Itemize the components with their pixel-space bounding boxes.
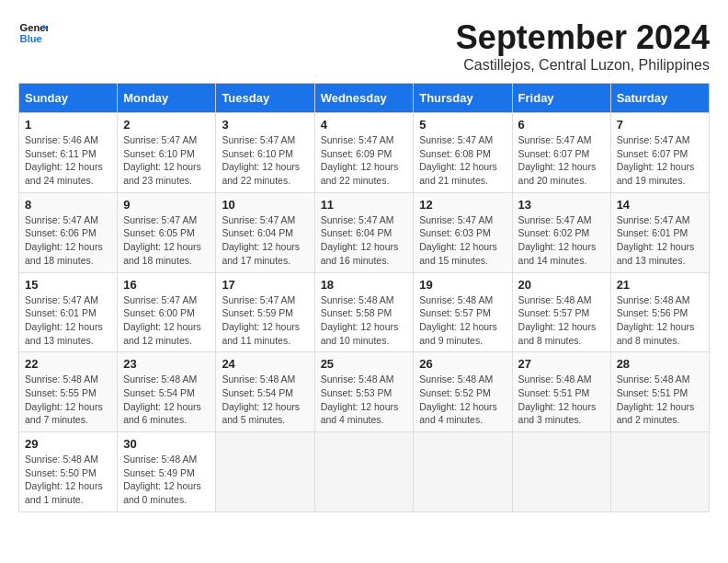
calendar-cell: 15 Sunrise: 5:47 AM Sunset: 6:01 PM Dayl… <box>19 272 118 352</box>
weekday-header-sunday: Sunday <box>19 84 118 113</box>
calendar-cell: 4 Sunrise: 5:47 AM Sunset: 6:09 PM Dayli… <box>314 113 414 193</box>
day-number: 7 <box>617 118 703 132</box>
calendar-cell <box>512 432 610 512</box>
title-area: September 2024 Castillejos, Central Luzo… <box>456 18 710 74</box>
day-info: Sunrise: 5:48 AM Sunset: 5:53 PM Dayligh… <box>321 373 408 427</box>
calendar-cell: 8 Sunrise: 5:47 AM Sunset: 6:06 PM Dayli… <box>19 192 118 272</box>
day-info: Sunrise: 5:47 AM Sunset: 6:09 PM Dayligh… <box>321 133 408 188</box>
day-info: Sunrise: 5:47 AM Sunset: 6:02 PM Dayligh… <box>518 213 605 268</box>
day-number: 1 <box>25 118 111 132</box>
weekday-header-wednesday: Wednesday <box>314 84 414 113</box>
logo-icon: General Blue <box>18 18 48 48</box>
calendar-cell: 16 Sunrise: 5:47 AM Sunset: 6:00 PM Dayl… <box>118 272 216 352</box>
calendar-cell: 3 Sunrise: 5:47 AM Sunset: 6:10 PM Dayli… <box>216 113 314 193</box>
day-info: Sunrise: 5:48 AM Sunset: 5:58 PM Dayligh… <box>321 293 408 348</box>
day-number: 13 <box>518 198 605 212</box>
day-info: Sunrise: 5:47 AM Sunset: 5:59 PM Dayligh… <box>222 293 308 348</box>
day-info: Sunrise: 5:47 AM Sunset: 6:06 PM Dayligh… <box>25 213 111 268</box>
day-info: Sunrise: 5:48 AM Sunset: 5:51 PM Dayligh… <box>518 373 605 427</box>
calendar-cell: 14 Sunrise: 5:47 AM Sunset: 6:01 PM Dayl… <box>610 192 709 272</box>
day-number: 26 <box>419 357 506 371</box>
day-number: 2 <box>123 118 210 132</box>
day-number: 12 <box>419 198 506 212</box>
day-info: Sunrise: 5:48 AM Sunset: 5:57 PM Dayligh… <box>419 293 506 348</box>
weekday-header-monday: Monday <box>118 84 216 113</box>
location-title: Castillejos, Central Luzon, Philippines <box>456 57 710 74</box>
day-number: 9 <box>123 198 210 212</box>
calendar-cell: 24 Sunrise: 5:48 AM Sunset: 5:54 PM Dayl… <box>216 352 314 432</box>
calendar-cell: 22 Sunrise: 5:48 AM Sunset: 5:55 PM Dayl… <box>19 352 118 432</box>
calendar-cell: 11 Sunrise: 5:47 AM Sunset: 6:04 PM Dayl… <box>314 192 414 272</box>
calendar-table: SundayMondayTuesdayWednesdayThursdayFrid… <box>18 83 710 512</box>
calendar-cell <box>414 432 512 512</box>
calendar-cell <box>216 432 314 512</box>
calendar-cell <box>610 432 709 512</box>
calendar-cell: 23 Sunrise: 5:48 AM Sunset: 5:54 PM Dayl… <box>118 352 216 432</box>
day-info: Sunrise: 5:48 AM Sunset: 5:49 PM Dayligh… <box>123 453 210 507</box>
day-info: Sunrise: 5:47 AM Sunset: 6:01 PM Dayligh… <box>617 213 703 268</box>
calendar-week-4: 22 Sunrise: 5:48 AM Sunset: 5:55 PM Dayl… <box>19 352 710 432</box>
day-info: Sunrise: 5:48 AM Sunset: 5:51 PM Dayligh… <box>617 373 703 427</box>
calendar-week-5: 29 Sunrise: 5:48 AM Sunset: 5:50 PM Dayl… <box>19 432 710 512</box>
day-info: Sunrise: 5:48 AM Sunset: 5:52 PM Dayligh… <box>419 373 506 427</box>
day-number: 16 <box>123 278 210 292</box>
calendar-cell: 6 Sunrise: 5:47 AM Sunset: 6:07 PM Dayli… <box>512 113 610 193</box>
weekday-header-thursday: Thursday <box>414 84 512 113</box>
day-number: 17 <box>222 278 308 292</box>
calendar-cell: 26 Sunrise: 5:48 AM Sunset: 5:52 PM Dayl… <box>414 352 512 432</box>
day-info: Sunrise: 5:47 AM Sunset: 6:10 PM Dayligh… <box>222 133 308 188</box>
calendar-cell: 29 Sunrise: 5:48 AM Sunset: 5:50 PM Dayl… <box>19 432 118 512</box>
day-number: 24 <box>222 357 308 371</box>
calendar-cell: 13 Sunrise: 5:47 AM Sunset: 6:02 PM Dayl… <box>512 192 610 272</box>
day-info: Sunrise: 5:47 AM Sunset: 6:00 PM Dayligh… <box>123 293 210 348</box>
day-info: Sunrise: 5:48 AM Sunset: 5:54 PM Dayligh… <box>222 373 308 427</box>
day-number: 28 <box>617 357 703 371</box>
calendar-cell: 25 Sunrise: 5:48 AM Sunset: 5:53 PM Dayl… <box>314 352 414 432</box>
day-number: 5 <box>419 118 506 132</box>
day-info: Sunrise: 5:47 AM Sunset: 6:07 PM Dayligh… <box>518 133 605 188</box>
calendar-cell: 18 Sunrise: 5:48 AM Sunset: 5:58 PM Dayl… <box>314 272 414 352</box>
calendar-week-1: 1 Sunrise: 5:46 AM Sunset: 6:11 PM Dayli… <box>19 113 710 193</box>
calendar-cell: 2 Sunrise: 5:47 AM Sunset: 6:10 PM Dayli… <box>118 113 216 193</box>
day-info: Sunrise: 5:47 AM Sunset: 6:04 PM Dayligh… <box>222 213 308 268</box>
weekday-header-row: SundayMondayTuesdayWednesdayThursdayFrid… <box>19 84 710 113</box>
day-number: 25 <box>321 357 408 371</box>
calendar-cell <box>314 432 414 512</box>
day-info: Sunrise: 5:47 AM Sunset: 6:08 PM Dayligh… <box>419 133 506 188</box>
day-info: Sunrise: 5:47 AM Sunset: 6:04 PM Dayligh… <box>321 213 408 268</box>
day-number: 19 <box>419 278 506 292</box>
day-number: 21 <box>617 278 703 292</box>
logo: General Blue <box>18 18 48 48</box>
day-info: Sunrise: 5:47 AM Sunset: 6:07 PM Dayligh… <box>617 133 703 188</box>
weekday-header-friday: Friday <box>512 84 610 113</box>
calendar-cell: 1 Sunrise: 5:46 AM Sunset: 6:11 PM Dayli… <box>19 113 118 193</box>
calendar-cell: 19 Sunrise: 5:48 AM Sunset: 5:57 PM Dayl… <box>414 272 512 352</box>
calendar-cell: 20 Sunrise: 5:48 AM Sunset: 5:57 PM Dayl… <box>512 272 610 352</box>
calendar-cell: 5 Sunrise: 5:47 AM Sunset: 6:08 PM Dayli… <box>414 113 512 193</box>
calendar-cell: 27 Sunrise: 5:48 AM Sunset: 5:51 PM Dayl… <box>512 352 610 432</box>
day-number: 6 <box>518 118 605 132</box>
day-info: Sunrise: 5:48 AM Sunset: 5:55 PM Dayligh… <box>25 373 111 427</box>
calendar-cell: 28 Sunrise: 5:48 AM Sunset: 5:51 PM Dayl… <box>610 352 709 432</box>
day-number: 22 <box>25 357 111 371</box>
calendar-cell: 21 Sunrise: 5:48 AM Sunset: 5:56 PM Dayl… <box>610 272 709 352</box>
day-info: Sunrise: 5:48 AM Sunset: 5:50 PM Dayligh… <box>25 453 111 507</box>
day-info: Sunrise: 5:47 AM Sunset: 6:01 PM Dayligh… <box>25 293 111 348</box>
weekday-header-saturday: Saturday <box>610 84 709 113</box>
day-number: 27 <box>518 357 605 371</box>
day-number: 4 <box>321 118 408 132</box>
day-number: 14 <box>617 198 703 212</box>
month-title: September 2024 <box>456 18 710 57</box>
calendar-cell: 12 Sunrise: 5:47 AM Sunset: 6:03 PM Dayl… <box>414 192 512 272</box>
calendar-cell: 30 Sunrise: 5:48 AM Sunset: 5:49 PM Dayl… <box>118 432 216 512</box>
day-info: Sunrise: 5:48 AM Sunset: 5:56 PM Dayligh… <box>617 293 703 348</box>
calendar-week-2: 8 Sunrise: 5:47 AM Sunset: 6:06 PM Dayli… <box>19 192 710 272</box>
day-info: Sunrise: 5:47 AM Sunset: 6:03 PM Dayligh… <box>419 213 506 268</box>
weekday-header-tuesday: Tuesday <box>216 84 314 113</box>
day-number: 29 <box>25 437 111 451</box>
calendar-cell: 10 Sunrise: 5:47 AM Sunset: 6:04 PM Dayl… <box>216 192 314 272</box>
day-info: Sunrise: 5:48 AM Sunset: 5:54 PM Dayligh… <box>123 373 210 427</box>
day-number: 8 <box>25 198 111 212</box>
day-info: Sunrise: 5:48 AM Sunset: 5:57 PM Dayligh… <box>518 293 605 348</box>
day-number: 23 <box>123 357 210 371</box>
